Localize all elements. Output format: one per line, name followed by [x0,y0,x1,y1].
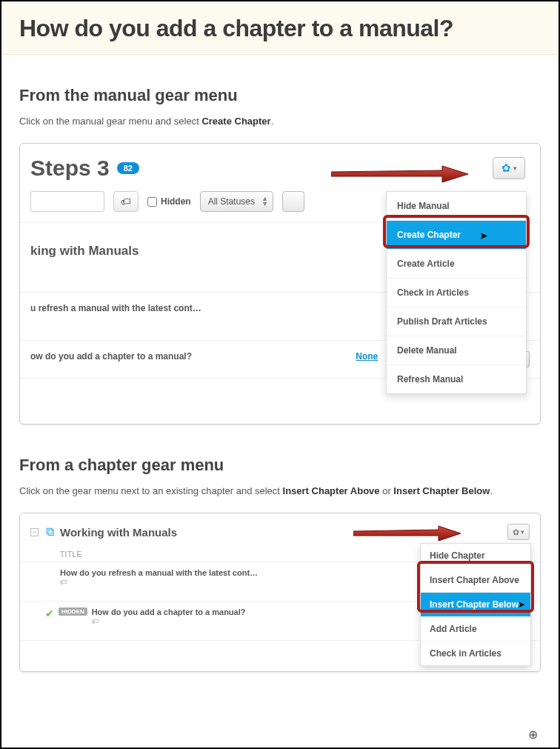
tag-icon: 🏷 [60,578,67,586]
menu-item-check-in-articles[interactable]: Check in Articles [421,642,530,665]
menu-item-publish-drafts[interactable]: Publish Draft Articles [387,307,526,336]
article-title[interactable]: u refresh a manual with the latest cont… [30,303,433,313]
menu-item-insert-chapter-above[interactable]: Insert Chapter Above [421,568,530,593]
svg-marker-0 [331,166,468,182]
chapter-gear-button[interactable]: ✿ ▾ [507,524,530,540]
menu-item-create-chapter[interactable]: Create Chapter [387,221,526,250]
section-description: Click on the gear menu next to an existi… [19,485,541,496]
section-description: Click on the manual gear menu and select… [19,116,541,127]
menu-item-hide-chapter[interactable]: Hide Chapter [421,544,530,568]
chapter-gear-dropdown: Hide Chapter Insert Chapter Above Insert… [420,543,531,666]
menu-item-refresh-manual[interactable]: Refresh Manual [387,365,526,393]
caret-down-icon: ▾ [513,164,517,172]
tag-button[interactable]: 🏷 [113,191,139,212]
annotation-arrow [353,524,464,543]
annotation-arrow [331,163,472,185]
article-title[interactable]: How do you refresh a manual with the lat… [60,568,456,586]
updown-icon: ▲▼ [261,196,268,207]
page-title: How do you add a chapter to a manual? [19,15,541,42]
cursor-icon: ➤ [518,599,525,610]
collapse-toggle[interactable]: − [30,528,39,536]
article-title[interactable]: ow do you add a chapter to a manual? [30,351,356,362]
tag-icon: 🏷 [92,617,99,625]
manual-gear-dropdown: Hide Manual Create Chapter Create Articl… [386,191,527,394]
manual-title: Steps 3 [20,156,110,181]
screenshot-manual-gear-menu: Steps 3 82 ✿ ▾ 🏷 Hidden All Statuses ▲▼ … [19,143,541,425]
copy-icon: ⧉ [46,525,54,539]
additional-button[interactable] [282,191,304,212]
column-header-title: TITLE [60,550,433,559]
section-heading: From the manual gear menu [19,86,541,105]
tag-plus-icon: 🏷 [121,196,131,207]
hidden-checkbox-label[interactable]: Hidden [147,196,191,207]
hidden-badge: HIDDEN [59,607,87,616]
cursor-icon: ➤ [479,230,488,242]
status-filter-select[interactable]: All Statuses ▲▼ [200,191,273,212]
hidden-checkbox[interactable] [147,197,157,207]
menu-item-hide-manual[interactable]: Hide Manual [387,192,526,221]
gear-icon: ✿ [501,162,511,175]
magnify-icon[interactable]: ⊕ [528,728,538,742]
caret-down-icon: ▾ [521,528,524,536]
check-icon: ✔ [45,607,54,619]
menu-item-check-in-articles[interactable]: Check in Articles [387,279,526,307]
menu-item-create-article[interactable]: Create Article [387,250,526,279]
search-input[interactable] [30,191,104,212]
article-title[interactable]: How do you add a chapter to a manual? 🏷 [92,607,456,625]
gear-icon: ✿ [513,527,519,537]
section-heading: From a chapter gear menu [19,456,541,475]
article-count-badge: 82 [117,162,139,174]
menu-item-add-article[interactable]: Add Article [421,617,530,642]
menu-item-delete-manual[interactable]: Delete Manual [387,336,526,365]
screenshot-chapter-gear-menu: − ⧉ Working with Manuals ✿ ▾ TITLE STATU… [19,513,541,672]
manual-gear-button[interactable]: ✿ ▾ [493,157,525,179]
menu-item-insert-chapter-below[interactable]: Insert Chapter Below [421,593,530,617]
svg-marker-1 [353,526,461,541]
